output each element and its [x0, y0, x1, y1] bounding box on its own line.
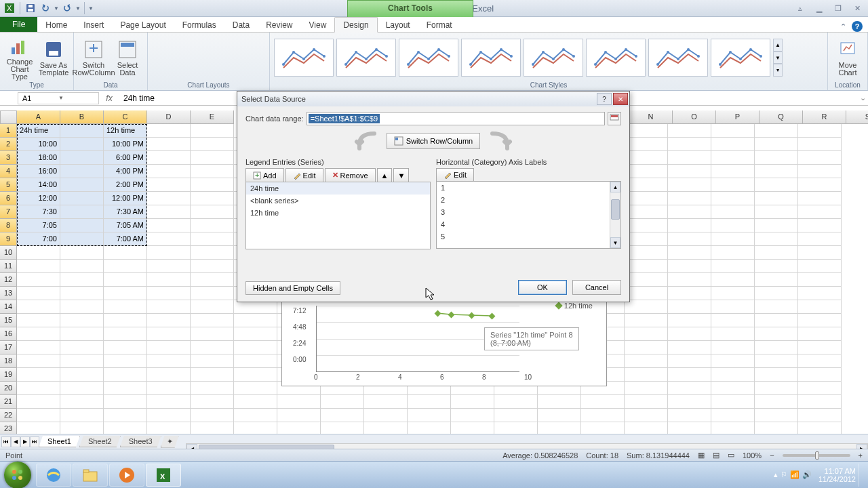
cell[interactable]: [538, 409, 581, 422]
cell[interactable]: [364, 422, 408, 434]
cell[interactable]: [234, 354, 277, 368]
cell[interactable]: [104, 354, 147, 368]
cell[interactable]: [191, 273, 234, 287]
taskbar-explorer-button[interactable]: [73, 464, 108, 487]
cell[interactable]: [104, 341, 147, 354]
cell[interactable]: [798, 341, 842, 354]
col-header[interactable]: D: [147, 110, 191, 124]
series-list[interactable]: 24h time<blank series>12h time: [245, 182, 431, 249]
taskbar-ie-button[interactable]: [36, 464, 71, 487]
row-header[interactable]: 23: [0, 422, 17, 434]
cell[interactable]: [798, 354, 842, 368]
cell[interactable]: [668, 354, 711, 368]
cell[interactable]: [321, 395, 364, 409]
cell[interactable]: [17, 382, 60, 395]
cell[interactable]: [798, 422, 842, 434]
cell[interactable]: [147, 246, 191, 260]
cell[interactable]: [625, 354, 668, 368]
cell[interactable]: 10:00 PM: [104, 138, 147, 151]
cell[interactable]: [625, 138, 668, 151]
cell[interactable]: [711, 341, 755, 354]
row-header[interactable]: 15: [0, 314, 17, 327]
cell[interactable]: [364, 395, 408, 409]
cell[interactable]: [798, 219, 842, 232]
cell[interactable]: [625, 246, 668, 260]
cell[interactable]: [147, 205, 191, 219]
cell[interactable]: [60, 151, 104, 165]
row-header[interactable]: 2: [0, 138, 17, 151]
cell[interactable]: [755, 138, 798, 151]
cell[interactable]: [625, 341, 668, 354]
cell[interactable]: [234, 314, 277, 327]
minimize-ribbon-icon[interactable]: ⌃: [840, 22, 846, 31]
col-header[interactable]: C: [104, 110, 147, 124]
cell[interactable]: [798, 192, 842, 205]
cell[interactable]: [711, 205, 755, 219]
cell[interactable]: [711, 368, 755, 382]
scroll-up-icon[interactable]: ▲: [610, 182, 620, 192]
cell[interactable]: 7:00: [17, 232, 60, 246]
cell[interactable]: [234, 422, 277, 434]
row-header[interactable]: 16: [0, 327, 17, 341]
cell[interactable]: [798, 382, 842, 395]
cell[interactable]: [625, 124, 668, 138]
cell[interactable]: [755, 314, 798, 327]
series-list-item[interactable]: 12h time: [246, 207, 430, 219]
dialog-help-button[interactable]: ?: [597, 93, 612, 105]
col-header[interactable]: A: [17, 110, 60, 124]
cell[interactable]: [755, 409, 798, 422]
cell[interactable]: [755, 273, 798, 287]
cell[interactable]: [668, 138, 711, 151]
cell[interactable]: [711, 354, 755, 368]
hidden-empty-cells-button[interactable]: Hidden and Empty Cells: [245, 281, 340, 295]
cell[interactable]: [234, 327, 277, 341]
switch-row-column-button[interactable]: Switch Row/Column: [78, 35, 109, 81]
cell[interactable]: [755, 124, 798, 138]
cell[interactable]: [147, 382, 191, 395]
cell[interactable]: 16:00: [17, 165, 60, 178]
chart-style-item[interactable]: [711, 39, 770, 77]
col-header[interactable]: Q: [760, 110, 803, 124]
cell[interactable]: [60, 138, 104, 151]
axis-label-item[interactable]: 4: [437, 218, 620, 230]
cell[interactable]: [668, 287, 711, 300]
row-header[interactable]: 22: [0, 409, 17, 422]
cell[interactable]: [191, 138, 234, 151]
cell[interactable]: [60, 409, 104, 422]
row-header[interactable]: 8: [0, 219, 17, 232]
col-header[interactable]: P: [716, 110, 760, 124]
taskbar-media-button[interactable]: [109, 464, 144, 487]
tray-show-hidden-icon[interactable]: ▴: [774, 470, 778, 479]
tray-clock[interactable]: 11:07 AM11/24/2012: [818, 467, 856, 483]
cell[interactable]: [60, 124, 104, 138]
cell[interactable]: [191, 178, 234, 192]
dialog-titlebar[interactable]: Select Data Source ? ✕: [237, 92, 629, 106]
cell[interactable]: [625, 422, 668, 434]
cell[interactable]: [147, 300, 191, 314]
cell[interactable]: [668, 151, 711, 165]
taskbar-excel-button[interactable]: X: [146, 464, 181, 487]
cell[interactable]: [191, 395, 234, 409]
cell[interactable]: [755, 327, 798, 341]
cell[interactable]: [17, 246, 60, 260]
cell[interactable]: [625, 409, 668, 422]
axis-label-item[interactable]: 2: [437, 194, 620, 206]
col-header[interactable]: O: [673, 110, 716, 124]
cell[interactable]: 12h time: [104, 124, 147, 138]
cell[interactable]: [191, 124, 234, 138]
cell[interactable]: [711, 422, 755, 434]
cell[interactable]: [711, 178, 755, 192]
cell[interactable]: [234, 300, 277, 314]
cell[interactable]: [494, 422, 538, 434]
cell[interactable]: [147, 409, 191, 422]
cell[interactable]: [711, 124, 755, 138]
row-header[interactable]: 6: [0, 192, 17, 205]
cell[interactable]: [798, 260, 842, 273]
row-header[interactable]: 3: [0, 151, 17, 165]
select-data-button[interactable]: Select Data: [112, 35, 143, 81]
row-header[interactable]: 7: [0, 205, 17, 219]
cell[interactable]: [755, 232, 798, 246]
chart-style-item[interactable]: [336, 39, 396, 77]
tab-data[interactable]: Data: [224, 18, 258, 32]
col-header[interactable]: N: [629, 110, 673, 124]
